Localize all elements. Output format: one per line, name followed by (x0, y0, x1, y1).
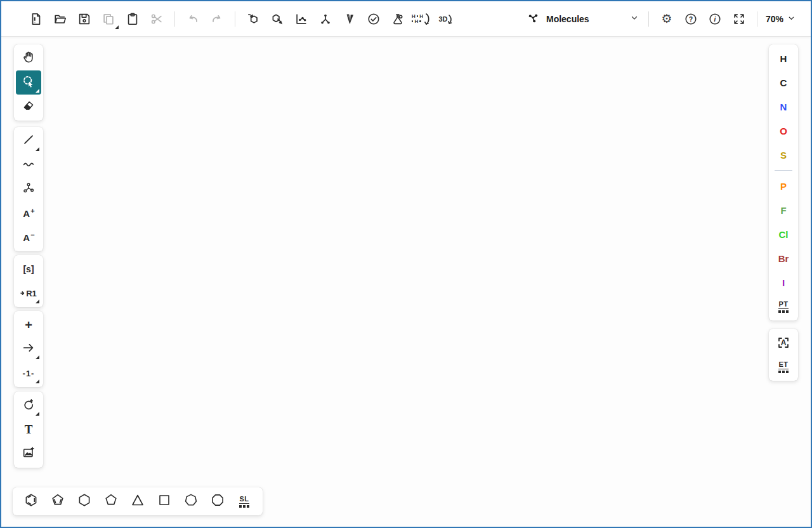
stereo-wedge-icon (343, 12, 357, 26)
add-image-button[interactable] (16, 442, 41, 466)
reaction-arrow-button[interactable] (16, 337, 41, 361)
template-cyclopentane-button[interactable] (98, 489, 124, 513)
r-group-icon: R1 (20, 289, 37, 298)
atom-button-n[interactable]: N (771, 95, 796, 119)
reaction-plus-icon: + (25, 318, 32, 333)
help-button[interactable]: ? (679, 7, 703, 31)
atom-button-i[interactable]: I (771, 270, 796, 294)
atom-label: Br (778, 253, 789, 264)
mode-selector-label: Molecules (546, 14, 589, 24)
s-group-tool-button[interactable]: [s] (16, 257, 41, 281)
copy-button[interactable] (96, 7, 121, 31)
toolbar-divider (648, 11, 649, 27)
cyclohexane-icon (77, 492, 92, 510)
chain-tool-button[interactable] (16, 153, 41, 177)
cyclobutane-icon (157, 492, 172, 510)
structure-library-button[interactable]: SL (231, 489, 258, 513)
app-window: HH H 3D Molecules ⚙ ? i (0, 0, 812, 528)
extended-table-button[interactable]: ET (771, 355, 796, 379)
stereochemistry-tool-button[interactable] (16, 177, 41, 201)
template-cyclopentadiene-button[interactable] (44, 489, 71, 513)
settings-button[interactable]: ⚙ (655, 7, 679, 31)
calculated-values-button[interactable] (386, 7, 410, 31)
about-button[interactable]: i (703, 7, 727, 31)
atom-label: Cl (779, 229, 789, 240)
atom-button-cl[interactable]: Cl (771, 222, 796, 246)
benzene-icon (23, 492, 39, 510)
open-button[interactable] (48, 7, 72, 31)
fullscreen-button[interactable] (727, 7, 751, 31)
atom-button-f[interactable]: F (771, 198, 796, 222)
chain-icon (22, 157, 36, 173)
chevron-down-icon (630, 13, 639, 25)
rotate-tool-button[interactable] (16, 393, 41, 418)
charge-minus-icon: A− (23, 232, 34, 243)
paste-button[interactable] (121, 7, 145, 31)
clear-canvas-button[interactable] (24, 7, 48, 31)
zoom-dropdown[interactable]: 70% (763, 7, 798, 31)
hand-tool-button[interactable] (16, 46, 41, 70)
calculate-cip-button[interactable] (337, 7, 362, 31)
atom-button-h[interactable]: H (771, 46, 796, 70)
atom-label: S (780, 150, 787, 161)
template-cyclopropane-button[interactable] (124, 489, 151, 513)
add-image-icon (22, 446, 36, 462)
redo-icon (210, 12, 224, 26)
atom-button-br[interactable]: Br (771, 246, 796, 270)
text-tool-icon: T (25, 423, 33, 437)
layout-icon (294, 12, 308, 26)
reaction-plus-button[interactable]: + (16, 313, 41, 337)
check-structure-button[interactable] (362, 7, 386, 31)
explicit-hydrogens-button[interactable]: HH H (410, 7, 434, 31)
hand-icon (22, 50, 36, 67)
template-cycloheptane-button[interactable] (178, 489, 204, 513)
reaction-mapping-button[interactable]: -1- (16, 361, 41, 385)
mode-selector-dropdown[interactable]: Molecules (523, 7, 643, 31)
eraser-icon (22, 98, 36, 115)
atom-button-s[interactable]: S (771, 143, 796, 167)
save-icon (77, 12, 91, 26)
svg-text:?: ? (689, 15, 693, 22)
periodic-table-button[interactable]: PT (771, 294, 796, 319)
atom-button-o[interactable]: O (771, 119, 796, 143)
text-tool-button[interactable]: T (16, 418, 41, 442)
bond-tool-button[interactable] (16, 129, 41, 153)
right-atom-panel: H C N O S P F Cl Br I PT (769, 44, 798, 320)
redo-button[interactable] (205, 7, 229, 31)
dearomatize-button[interactable] (265, 7, 289, 31)
r-group-tool-button[interactable]: R1 (16, 281, 41, 305)
template-cyclooctane-button[interactable] (204, 489, 231, 513)
left-toolbar-reaction-group: + -1- (14, 311, 43, 387)
template-benzene-button[interactable] (18, 489, 44, 513)
zoom-value: 70% (766, 14, 783, 24)
gear-icon: ⚙ (661, 13, 672, 25)
cut-button[interactable] (145, 7, 169, 31)
aromatize-button[interactable] (241, 7, 265, 31)
any-atom-button[interactable]: A (771, 331, 796, 355)
layout-button[interactable] (289, 7, 313, 31)
charge-plus-button[interactable]: A+ (16, 201, 41, 225)
cut-scissors-icon (150, 12, 164, 26)
clean-up-button[interactable] (313, 7, 337, 31)
template-cyclobutane-button[interactable] (151, 489, 178, 513)
clean-up-icon (318, 12, 332, 26)
undo-button[interactable] (181, 7, 205, 31)
save-button[interactable] (72, 7, 96, 31)
left-toolbar-group-tools: [s] R1 (14, 255, 43, 307)
molecules-icon (527, 11, 541, 27)
charge-minus-button[interactable]: A− (16, 225, 41, 249)
paste-icon (126, 12, 140, 26)
3d-viewer-button[interactable]: 3D (434, 7, 458, 31)
copy-icon (102, 12, 115, 26)
enhanced-stereo-icon (22, 181, 36, 197)
left-toolbar-bond-group: A+ A− (14, 127, 43, 251)
drawing-canvas[interactable]: A+ A− [s] R1 + -1- (3, 38, 809, 525)
info-icon: i (708, 12, 722, 26)
template-cyclohexane-button[interactable] (71, 489, 98, 513)
selection-tool-button[interactable] (16, 70, 41, 95)
atom-button-p[interactable]: P (771, 174, 796, 198)
rotate-icon (22, 397, 36, 414)
atom-label: P (780, 181, 787, 192)
atom-button-c[interactable]: C (771, 70, 796, 95)
erase-tool-button[interactable] (16, 95, 41, 119)
